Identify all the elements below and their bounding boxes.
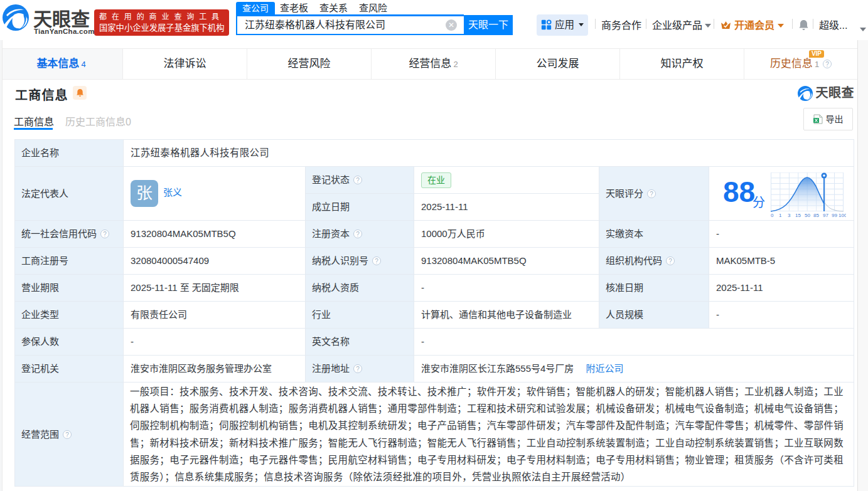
svg-text:1: 1 [779, 213, 782, 218]
svg-text:15: 15 [795, 213, 801, 218]
svg-text:0: 0 [771, 213, 774, 218]
svg-text:97: 97 [823, 213, 828, 218]
svg-text:100: 100 [839, 213, 846, 218]
svg-text:3: 3 [788, 213, 791, 218]
svg-text:50: 50 [805, 213, 810, 218]
svg-text:99: 99 [832, 213, 837, 218]
svg-text:85: 85 [813, 213, 819, 218]
